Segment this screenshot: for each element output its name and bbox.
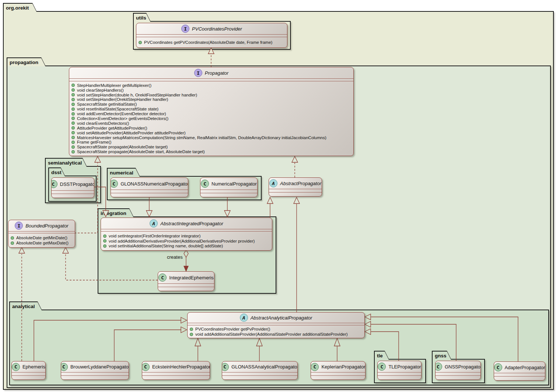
method-item: AttitudeProvider getAttitudeProvider() xyxy=(71,126,351,130)
method-item: void setInitialAdditionalState(String na… xyxy=(103,243,270,248)
public-method-icon xyxy=(71,112,75,116)
abstract-class-icon: A xyxy=(150,219,158,227)
interface-icon: I xyxy=(181,25,189,33)
method-item: void setAttitudeProvider(AttitudeProvide… xyxy=(71,130,351,135)
public-method-icon xyxy=(71,141,75,144)
public-method-icon xyxy=(71,145,75,149)
public-method-icon xyxy=(71,117,75,120)
class-title: I Propagator xyxy=(69,67,353,78)
class-box-brouwerlyddanepropagator: C BrouwerLyddanePropagator xyxy=(61,361,129,380)
triangle-up xyxy=(63,247,69,253)
method-item: void setStepHandler(double h, OrekitFixe… xyxy=(71,92,351,97)
class-title: C DSSTPropagator xyxy=(52,178,94,190)
class-title: C GLONASSAnalyticalPropagator xyxy=(222,361,297,372)
class-title: C GNSSPropagator xyxy=(436,361,480,372)
class-icon: C xyxy=(111,180,118,188)
method-item: void setStepHandler(OrekitStepHandler ha… xyxy=(71,97,351,102)
edge-tlepropagator-extends-abstractanalyticalpropagator xyxy=(371,332,399,361)
edge-label-creates: creates xyxy=(167,254,183,260)
public-method-icon xyxy=(71,136,75,139)
public-method-icon xyxy=(190,333,193,336)
class-box-integratedephemeris: C IntegratedEphemeris xyxy=(158,271,214,291)
edge-dsstpropagator-extends-abstractintegratedpropagator xyxy=(94,187,106,211)
public-method-icon xyxy=(71,131,75,134)
triangle-up xyxy=(294,197,300,204)
class-box-pvcoordinatesprovider: I PVCoordinatesProvider PVCoordinates ge… xyxy=(136,23,287,48)
class-title: C IntegratedEphemeris xyxy=(158,272,214,283)
class-box-tlepropagator: C TLEPropagator xyxy=(377,361,422,380)
class-box-glonassanalyticalpropagator: C GLONASSAnalyticalPropagator xyxy=(222,361,298,380)
method-item: void resetInitialState(SpacecraftState s… xyxy=(71,107,351,112)
triangle-left xyxy=(365,329,371,335)
class-box-adapterpropagator: C AdapterPropagator xyxy=(494,361,545,381)
triangle-up xyxy=(195,338,201,346)
public-method-icon xyxy=(71,84,75,87)
class-name: AbstractIntegratedPropagator xyxy=(160,221,223,226)
class-name: NumericalPropagator xyxy=(211,181,257,187)
class-name: IntegratedEphemeris xyxy=(169,275,214,280)
class-name: EcksteinHechlerPropagator xyxy=(152,364,210,370)
method-item: PVCoordinatesProvider getPvProvider() xyxy=(190,326,362,332)
method-item: void addEventDetector(EventDetector dete… xyxy=(71,112,351,116)
class-icon: C xyxy=(435,363,442,371)
class-box-abstractanalyticalpropagator: A AbstractAnalyticalPropagator PVCoordin… xyxy=(187,312,365,338)
public-method-icon xyxy=(11,236,14,240)
triangle-up xyxy=(95,156,101,162)
method-item: SpacecraftState propagate(AbsoluteDate s… xyxy=(71,149,351,154)
class-title: A AbstractIntegratedPropagator xyxy=(101,218,272,229)
triangle-left xyxy=(365,314,371,320)
class-title: C NumericalPropagator xyxy=(200,178,257,190)
edge-adapterpropagator-extends-abstractanalyticalpropagator xyxy=(371,317,518,361)
class-title: I BoundedPropagator xyxy=(8,220,75,231)
class-title: A AbstractAnalyticalPropagator xyxy=(188,312,364,323)
class-icon: C xyxy=(61,363,68,371)
triangle-right xyxy=(181,327,187,333)
method-item: SpacecraftState propagate(AbsoluteDate t… xyxy=(71,145,351,149)
class-name: AdapterPropagator xyxy=(505,365,545,370)
class-title: C AdapterPropagator xyxy=(494,362,545,373)
class-title: C KeplerianPropagator xyxy=(311,361,365,372)
public-method-icon xyxy=(103,234,106,238)
uml-class-diagram: org.orekit utils propagation semianalyti… xyxy=(0,0,556,392)
class-name: GLONASSNumericalPropagator xyxy=(120,181,188,187)
public-method-icon xyxy=(71,98,75,101)
method-item: StepHandlerMultiplexer getMultiplexer() xyxy=(71,83,351,88)
arrowhead-down xyxy=(184,266,188,271)
class-name: GLONASSAnalyticalPropagator xyxy=(231,364,298,370)
triangle-up xyxy=(267,197,273,204)
class-title: C EcksteinHechlerPropagator xyxy=(142,361,210,372)
class-icon: C xyxy=(311,363,319,371)
method-item: void setIntegrator(FirstOrderIntegrator … xyxy=(103,233,270,239)
class-title: A AbstractPropagator xyxy=(269,178,322,189)
public-method-icon xyxy=(71,88,75,92)
method-item: void clearEventsDetectors() xyxy=(71,121,351,126)
triangle-up xyxy=(208,48,214,54)
public-method-icon xyxy=(71,121,75,125)
abstract-class-icon: A xyxy=(240,314,248,322)
triangle-up xyxy=(292,156,298,162)
triangle-up xyxy=(256,338,262,346)
class-name: Ephemeris xyxy=(22,364,45,370)
class-title: C Ephemeris xyxy=(12,361,45,372)
triangle-down xyxy=(146,211,152,217)
triangle-down xyxy=(103,211,109,217)
class-box-numericalpropagator: C NumericalPropagator xyxy=(200,177,258,197)
public-method-icon xyxy=(71,150,75,153)
method-item: Collection<EventDetector> getEventsDetec… xyxy=(71,116,351,121)
class-icon: C xyxy=(142,363,150,371)
class-name: Propagator xyxy=(205,70,228,76)
public-method-icon xyxy=(103,239,106,243)
class-box-ecksteinhechlerpropagator: C EcksteinHechlerPropagator xyxy=(142,361,210,380)
edge-brouwerlyddane-extends-abstractanalyticalpropagator xyxy=(114,330,181,361)
method-item: Frame getFrame() xyxy=(71,140,351,145)
public-method-icon xyxy=(71,103,75,106)
public-method-icon xyxy=(139,41,142,44)
public-method-icon xyxy=(11,241,14,245)
method-item: void addAdditionalStateProvider(Addition… xyxy=(190,332,362,337)
triangle-right xyxy=(181,317,187,323)
triangle-down xyxy=(224,211,230,217)
class-icon: C xyxy=(222,363,229,371)
class-box-ephemeris: C Ephemeris xyxy=(11,361,46,380)
class-name: AbstractAnalyticalPropagator xyxy=(251,315,312,321)
class-box-gnsspropagator: C GNSSPropagator xyxy=(435,361,481,380)
